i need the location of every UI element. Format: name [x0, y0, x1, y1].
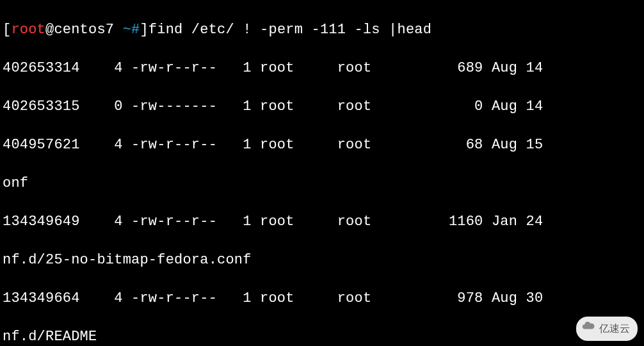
output-line: 134349664 4 -rw-r--r-- 1 root root 978 A…	[3, 290, 543, 306]
prompt-path: ~#	[114, 22, 140, 38]
output-line: 404957621 4 -rw-r--r-- 1 root root 68 Au…	[3, 137, 543, 153]
watermark-text: 亿速云	[599, 319, 630, 338]
output-line: 134349649 4 -rw-r--r-- 1 root root 1160 …	[3, 214, 543, 230]
prompt-line: [root@centos7 ~#]find /etc/ ! -perm -111…	[3, 22, 431, 38]
output-line: onf	[3, 175, 28, 191]
prompt-open-bracket: [	[3, 22, 11, 38]
output-line: nf.d/README	[3, 329, 97, 345]
cloud-icon	[581, 318, 595, 339]
terminal-output[interactable]: [root@centos7 ~#]find /etc/ ! -perm -111…	[0, 0, 644, 346]
output-line: 402653315 0 -rw------- 1 root root 0 Aug…	[3, 98, 543, 114]
command-text: find /etc/ ! -perm -111 -ls |head	[149, 22, 431, 38]
output-line: nf.d/25-no-bitmap-fedora.conf	[3, 252, 252, 268]
prompt-close-bracket: ]	[140, 22, 148, 38]
output-line: 402653314 4 -rw-r--r-- 1 root root 689 A…	[3, 60, 543, 76]
watermark-badge: 亿速云	[576, 317, 638, 341]
prompt-host: @centos7	[45, 22, 114, 38]
prompt-user: root	[11, 22, 45, 38]
